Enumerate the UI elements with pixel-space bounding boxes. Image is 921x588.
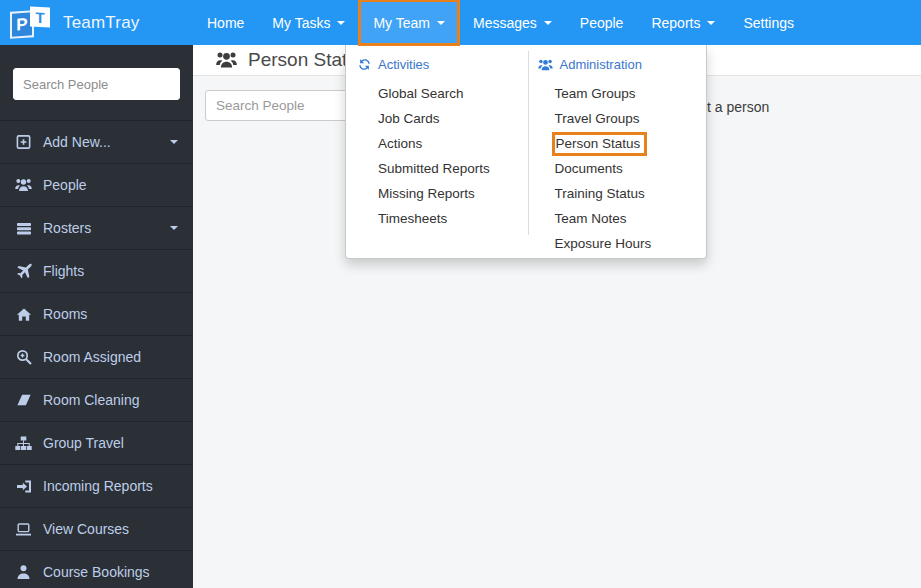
menu-item-job-cards[interactable]: Job Cards bbox=[346, 106, 528, 131]
caret-down-icon bbox=[437, 21, 445, 25]
sidebar: Add New... People Rosters Flights bbox=[0, 45, 193, 588]
menu-item-travel-groups[interactable]: Travel Groups bbox=[528, 106, 707, 131]
sidebar-item-flights[interactable]: Flights bbox=[0, 249, 193, 292]
sidebar-item-incoming-reports[interactable]: Incoming Reports bbox=[0, 464, 193, 507]
main-nav: Home My Tasks My Team Messages People Re… bbox=[193, 0, 808, 45]
caret-down-icon bbox=[337, 21, 345, 25]
caret-down-icon bbox=[544, 21, 552, 25]
nav-item-messages[interactable]: Messages bbox=[459, 0, 566, 45]
menu-column-activities: Activities Global Search Job Cards Actio… bbox=[346, 45, 528, 258]
brand-name: TeamTray bbox=[63, 13, 140, 33]
caret-down-icon bbox=[707, 21, 715, 25]
sign-in-icon bbox=[15, 478, 32, 494]
sidebar-item-group-travel[interactable]: Group Travel bbox=[0, 421, 193, 464]
user-icon bbox=[15, 564, 32, 580]
menu-item-team-groups[interactable]: Team Groups bbox=[528, 81, 707, 106]
brand[interactable]: P T TeamTray bbox=[10, 5, 140, 41]
plus-square-icon bbox=[15, 134, 32, 150]
menu-header-administration: Administration bbox=[538, 57, 707, 72]
plane-icon bbox=[15, 263, 32, 279]
nav-item-reports[interactable]: Reports bbox=[637, 0, 729, 45]
menu-item-missing-reports[interactable]: Missing Reports bbox=[346, 181, 528, 206]
sidebar-item-room-assigned[interactable]: Room Assigned bbox=[0, 335, 193, 378]
menu-item-team-notes[interactable]: Team Notes bbox=[528, 206, 707, 231]
sidebar-item-people[interactable]: People bbox=[0, 163, 193, 206]
sidebar-search-input[interactable] bbox=[13, 68, 180, 100]
teamtray-app: P T TeamTray Home My Tasks My Team Messa… bbox=[0, 0, 921, 588]
logo-letter-t: T bbox=[30, 6, 50, 27]
menu-item-global-search[interactable]: Global Search bbox=[346, 81, 528, 106]
sidebar-item-room-cleaning[interactable]: Room Cleaning bbox=[0, 378, 193, 421]
eraser-icon bbox=[15, 392, 32, 408]
sidebar-item-rooms[interactable]: Rooms bbox=[0, 292, 193, 335]
sidebar-item-add-new[interactable]: Add New... bbox=[0, 120, 193, 163]
sidebar-item-course-bookings[interactable]: Course Bookings bbox=[0, 550, 193, 588]
menu-column-administration: Administration Team Groups Travel Groups… bbox=[528, 45, 707, 258]
sidebar-item-rosters[interactable]: Rosters bbox=[0, 206, 193, 249]
caret-down-icon bbox=[170, 140, 178, 144]
my-team-dropdown-menu: Activities Global Search Job Cards Actio… bbox=[345, 45, 707, 259]
sidebar-item-view-courses[interactable]: View Courses bbox=[0, 507, 193, 550]
nav-item-home[interactable]: Home bbox=[193, 0, 258, 45]
menu-column-divider bbox=[528, 51, 529, 235]
users-icon bbox=[538, 58, 553, 72]
laptop-icon bbox=[15, 521, 32, 537]
users-icon bbox=[15, 177, 32, 193]
menu-header-activities: Activities bbox=[358, 57, 528, 72]
menu-item-actions[interactable]: Actions bbox=[346, 131, 528, 156]
nav-item-my-tasks[interactable]: My Tasks bbox=[258, 0, 359, 45]
refresh-icon bbox=[358, 58, 371, 71]
nav-item-settings[interactable]: Settings bbox=[729, 0, 808, 45]
search-plus-icon bbox=[15, 349, 32, 365]
menu-item-timesheets[interactable]: Timesheets bbox=[346, 206, 528, 231]
sidebar-search bbox=[0, 45, 193, 120]
menu-item-submitted-reports[interactable]: Submitted Reports bbox=[346, 156, 528, 181]
nav-item-my-team[interactable]: My Team bbox=[359, 0, 459, 45]
menu-item-training-status[interactable]: Training Status bbox=[528, 181, 707, 206]
menu-item-person-status[interactable]: Person Status bbox=[528, 131, 707, 156]
sitemap-icon bbox=[15, 435, 32, 451]
list-icon bbox=[15, 220, 32, 236]
home-icon bbox=[15, 306, 32, 322]
teamtray-logo-icon: P T bbox=[10, 5, 54, 41]
menu-item-documents[interactable]: Documents bbox=[528, 156, 707, 181]
top-navbar: P T TeamTray Home My Tasks My Team Messa… bbox=[0, 0, 921, 45]
nav-item-people[interactable]: People bbox=[566, 0, 638, 45]
menu-item-exposure-hours[interactable]: Exposure Hours bbox=[528, 231, 707, 256]
users-icon bbox=[215, 50, 238, 70]
caret-down-icon bbox=[170, 226, 178, 230]
